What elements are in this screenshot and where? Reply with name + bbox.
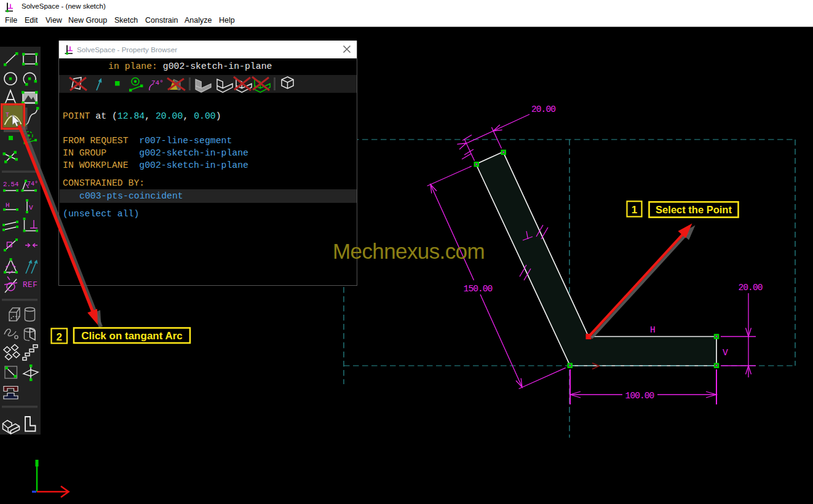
svg-text:Select the Point: Select the Point xyxy=(656,204,732,215)
svg-text:1: 1 xyxy=(632,204,637,216)
svg-text:2: 2 xyxy=(56,331,61,343)
svg-text:Click on tangant Arc: Click on tangant Arc xyxy=(81,330,183,342)
